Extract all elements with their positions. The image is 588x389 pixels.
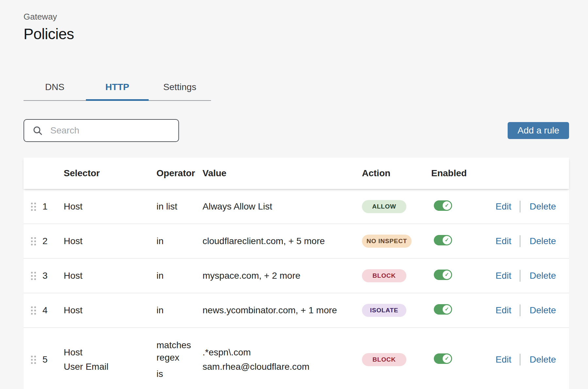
value-cell: news.ycombinator.com, + 1 more: [203, 305, 362, 316]
drag-handle-icon[interactable]: [31, 272, 36, 280]
action-badge: BLOCK: [362, 353, 406, 366]
selector-cell: Host: [64, 201, 156, 212]
action-badge: NO INSPECT: [362, 235, 412, 248]
selector-line: Host: [64, 347, 156, 358]
header-value: Value: [203, 168, 362, 179]
toggle-check-icon: ✓: [443, 236, 451, 244]
value-line: .*espn\.com: [203, 347, 362, 358]
operator-cell: in list: [156, 201, 203, 212]
table-row: 4 Host in news.ycombinator.com, + 1 more…: [24, 293, 569, 327]
search-box[interactable]: [24, 119, 179, 142]
tab-bar: DNS HTTP Settings: [24, 77, 211, 101]
breadcrumb: Gateway: [24, 12, 569, 22]
table-row: 3 Host in myspace.com, + 2 more BLOCK ✓ …: [24, 259, 569, 293]
toggle-check-icon: ✓: [443, 271, 451, 279]
operator-cell: matches regex is: [156, 339, 203, 380]
divider: [520, 201, 520, 212]
value-cell: Always Allow List: [203, 201, 362, 212]
table-header: Selector Operator Value Action Enabled: [24, 158, 569, 189]
value-cell: .*espn\.com sam.rhea@cloudflare.com: [203, 347, 362, 372]
policies-table: Selector Operator Value Action Enabled 1…: [24, 158, 569, 389]
row-number: 5: [42, 354, 48, 365]
toggle-check-icon: ✓: [443, 201, 451, 210]
operator-cell: in: [156, 271, 203, 281]
action-badge: ISOLATE: [362, 304, 406, 317]
delete-link[interactable]: Delete: [530, 201, 556, 212]
value-cell: myspace.com, + 2 more: [203, 271, 362, 281]
operator-line: is: [156, 368, 195, 380]
search-input[interactable]: [50, 125, 169, 136]
delete-link[interactable]: Delete: [530, 354, 556, 365]
value-line: sam.rhea@cloudflare.com: [203, 362, 362, 372]
toggle-check-icon: ✓: [443, 305, 451, 314]
delete-link[interactable]: Delete: [530, 305, 556, 316]
divider: [520, 235, 520, 247]
edit-link[interactable]: Edit: [496, 305, 511, 316]
selector-cell: Host: [64, 305, 156, 316]
edit-link[interactable]: Edit: [496, 271, 511, 281]
row-number: 1: [42, 201, 48, 212]
enabled-toggle[interactable]: ✓: [434, 270, 452, 280]
row-number: 4: [42, 305, 48, 316]
table-row: 2 Host in cloudflareclient.com, + 5 more…: [24, 224, 569, 258]
table-row: 5 Host User Email matches regex is .*esp…: [24, 328, 569, 389]
edit-link[interactable]: Edit: [496, 236, 511, 246]
tab-http[interactable]: HTTP: [86, 77, 148, 101]
search-icon: [33, 126, 42, 135]
selector-line: User Email: [64, 362, 156, 372]
main-content: Gateway Policies DNS HTTP Settings Add a…: [24, 0, 569, 389]
drag-handle-icon[interactable]: [31, 306, 36, 315]
enabled-toggle[interactable]: ✓: [434, 304, 452, 315]
header-enabled: Enabled: [431, 168, 496, 179]
enabled-toggle[interactable]: ✓: [434, 353, 452, 364]
divider: [520, 354, 520, 366]
drag-handle-icon[interactable]: [31, 203, 36, 211]
header-operator: Operator: [156, 168, 203, 179]
drag-handle-icon[interactable]: [31, 237, 36, 245]
toggle-check-icon: ✓: [443, 354, 451, 363]
toolbar: Add a rule: [24, 119, 569, 142]
action-badge: ALLOW: [362, 200, 406, 213]
divider: [520, 270, 520, 282]
enabled-toggle[interactable]: ✓: [434, 200, 452, 211]
selector-cell: Host: [64, 236, 156, 246]
tab-dns[interactable]: DNS: [24, 77, 86, 101]
delete-link[interactable]: Delete: [530, 271, 556, 281]
header-selector: Selector: [64, 168, 156, 179]
row-number: 2: [42, 236, 48, 246]
divider: [520, 304, 520, 316]
operator-cell: in: [156, 305, 203, 316]
selector-cell: Host: [64, 271, 156, 281]
enabled-toggle[interactable]: ✓: [434, 235, 452, 245]
edit-link[interactable]: Edit: [496, 201, 511, 212]
row-number: 3: [42, 271, 48, 281]
operator-line: matches regex: [156, 339, 195, 364]
header-action: Action: [362, 168, 431, 179]
delete-link[interactable]: Delete: [530, 236, 556, 246]
page-title: Policies: [24, 25, 569, 43]
table-row: 1 Host in list Always Allow List ALLOW ✓…: [24, 190, 569, 224]
selector-cell: Host User Email: [64, 347, 156, 372]
add-rule-button[interactable]: Add a rule: [508, 122, 569, 139]
operator-cell: in: [156, 236, 203, 246]
edit-link[interactable]: Edit: [496, 354, 511, 365]
action-badge: BLOCK: [362, 269, 406, 282]
drag-handle-icon[interactable]: [31, 356, 36, 364]
tab-settings[interactable]: Settings: [149, 77, 211, 101]
value-cell: cloudflareclient.com, + 5 more: [203, 236, 362, 246]
